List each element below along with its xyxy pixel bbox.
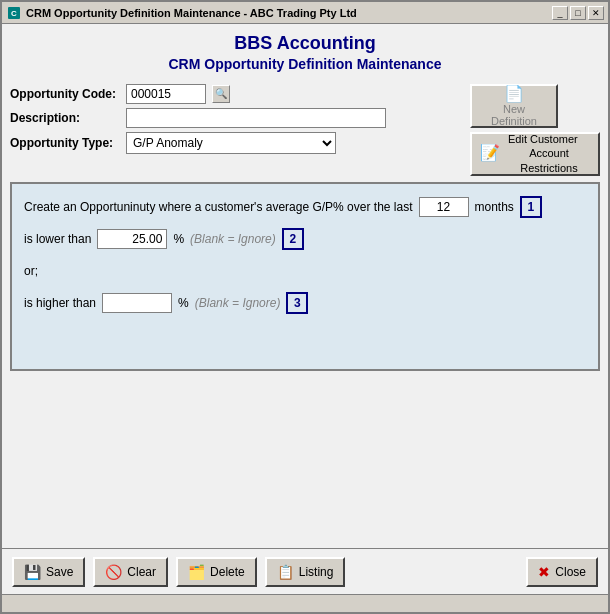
opportunity-code-row: Opportunity Code: 🔍 bbox=[10, 84, 470, 104]
or-row: or; bbox=[24, 260, 586, 282]
main-window: C CRM Opportunity Definition Maintenance… bbox=[0, 0, 610, 614]
badge-2: 2 bbox=[282, 228, 304, 250]
listing-icon: 📋 bbox=[277, 564, 294, 580]
delete-label: Delete bbox=[210, 565, 245, 579]
close-window-button[interactable]: ✕ bbox=[588, 6, 604, 20]
higher-percent: % bbox=[178, 296, 189, 310]
create-text: Create an Opportuninuty where a customer… bbox=[24, 200, 413, 214]
lower-percent: % bbox=[173, 232, 184, 246]
close-label: Close bbox=[555, 565, 586, 579]
spacer bbox=[10, 379, 600, 540]
search-button[interactable]: 🔍 bbox=[212, 85, 230, 103]
higher-row: is higher than % (Blank = Ignore) 3 bbox=[24, 292, 586, 314]
status-bar bbox=[2, 594, 608, 612]
lower-row: is lower than % (Blank = Ignore) 2 bbox=[24, 228, 586, 250]
clear-label: Clear bbox=[127, 565, 156, 579]
window-title: CRM Opportunity Definition Maintenance -… bbox=[26, 7, 357, 19]
description-row: Description: bbox=[10, 108, 470, 128]
higher-hint: (Blank = Ignore) bbox=[195, 296, 281, 310]
edit-icon: 📝 bbox=[480, 143, 500, 164]
close-button[interactable]: ✖ Close bbox=[526, 557, 598, 587]
months-row: Create an Opportuninuty where a customer… bbox=[24, 196, 586, 218]
opportunity-code-input[interactable] bbox=[126, 84, 206, 104]
higher-than-label: is higher than bbox=[24, 296, 96, 310]
listing-button[interactable]: 📋 Listing bbox=[265, 557, 346, 587]
or-text: or; bbox=[24, 264, 38, 278]
new-definition-button[interactable]: 📄 New Definition bbox=[470, 84, 558, 128]
clear-button[interactable]: 🚫 Clear bbox=[93, 557, 168, 587]
close-icon: ✖ bbox=[538, 564, 550, 580]
opportunity-type-row: Opportunity Type: G/P Anomaly bbox=[10, 132, 470, 154]
app-icon: C bbox=[6, 5, 22, 21]
main-content: BBS Accounting CRM Opportunity Definitio… bbox=[2, 24, 608, 548]
save-label: Save bbox=[46, 565, 73, 579]
new-definition-line1: New bbox=[503, 103, 525, 115]
new-icon: 📄 bbox=[504, 84, 524, 103]
lower-than-label: is lower than bbox=[24, 232, 91, 246]
opportunity-type-label: Opportunity Type: bbox=[10, 136, 120, 150]
months-label: months bbox=[475, 200, 514, 214]
svg-text:C: C bbox=[11, 9, 17, 18]
new-definition-line2: Definition bbox=[491, 115, 537, 127]
badge-1: 1 bbox=[520, 196, 542, 218]
description-label: Description: bbox=[10, 111, 120, 125]
bottom-toolbar: 💾 Save 🚫 Clear 🗂️ Delete 📋 Listing ✖ Clo… bbox=[2, 548, 608, 594]
minimize-button[interactable]: _ bbox=[552, 6, 568, 20]
opportunity-code-label: Opportunity Code: bbox=[10, 87, 120, 101]
months-input[interactable] bbox=[419, 197, 469, 217]
search-icon: 🔍 bbox=[215, 88, 227, 99]
edit-customer-line1: Edit Customer bbox=[508, 132, 578, 146]
conditions-panel: Create an Opportuninuty where a customer… bbox=[10, 182, 600, 371]
higher-value-input[interactable] bbox=[102, 293, 172, 313]
delete-icon: 🗂️ bbox=[188, 564, 205, 580]
lower-hint: (Blank = Ignore) bbox=[190, 232, 276, 246]
clear-icon: 🚫 bbox=[105, 564, 122, 580]
save-icon: 💾 bbox=[24, 564, 41, 580]
edit-customer-button[interactable]: 📝 Edit Customer Account Restrictions bbox=[470, 132, 600, 176]
app-name: BBS Accounting bbox=[10, 32, 600, 55]
right-buttons-section: 📄 New Definition 📝 Edit Customer Account… bbox=[470, 84, 600, 176]
edit-customer-line2: Account Restrictions bbox=[508, 146, 590, 175]
listing-label: Listing bbox=[299, 565, 334, 579]
opportunity-type-select[interactable]: G/P Anomaly bbox=[126, 132, 336, 154]
save-button[interactable]: 💾 Save bbox=[12, 557, 85, 587]
description-input[interactable] bbox=[126, 108, 386, 128]
form-section: Opportunity Code: 🔍 Description: Opportu… bbox=[10, 84, 470, 154]
app-subtitle: CRM Opportunity Definition Maintenance bbox=[10, 55, 600, 73]
app-header: BBS Accounting CRM Opportunity Definitio… bbox=[10, 32, 600, 74]
badge-3: 3 bbox=[286, 292, 308, 314]
maximize-button[interactable]: □ bbox=[570, 6, 586, 20]
delete-button[interactable]: 🗂️ Delete bbox=[176, 557, 257, 587]
title-bar: C CRM Opportunity Definition Maintenance… bbox=[2, 2, 608, 24]
lower-value-input[interactable] bbox=[97, 229, 167, 249]
